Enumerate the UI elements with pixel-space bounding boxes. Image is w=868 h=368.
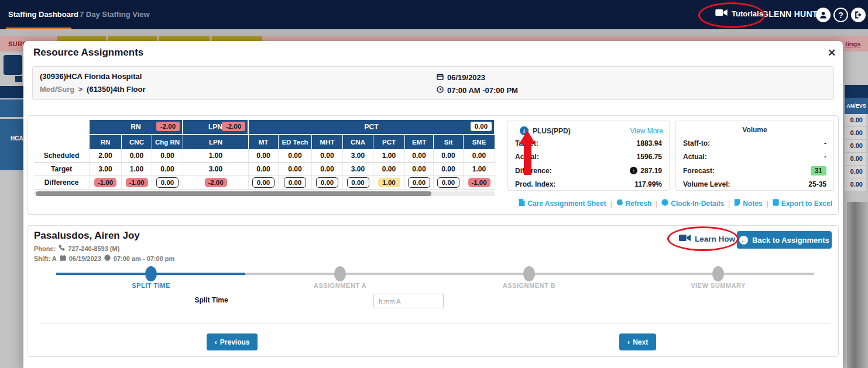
plus-row-difference: Difference: ↑ 287.19 <box>508 164 669 178</box>
facility-name: (30936)HCA Florida Hospital <box>40 72 142 81</box>
modal-title: Resource Assignments <box>33 47 143 59</box>
background-cell: 0.00 <box>845 153 866 166</box>
skill-group-header: LPN-2.00 <box>183 120 249 135</box>
excel-icon <box>773 199 779 208</box>
background-left-rail: HCA <box>0 51 23 368</box>
plus-row-prod-index: Prod. Index: 117.99% <box>508 178 669 192</box>
view-more-link[interactable]: View More <box>630 127 663 135</box>
skill-column-header-row: RNCNCChg RNLPNMTED TechMHTCNAPCTEMTSitSN… <box>34 135 495 149</box>
skill-group-label: PCT <box>365 123 379 131</box>
staffing-table: RN-2.00LPN-2.00PCT0.00 RNCNCChg RNLPNMTE… <box>34 120 495 190</box>
clock-in-details-link[interactable]: Clock-In-Details <box>661 199 724 208</box>
shift-time: 07:00 AM -07:00 PM <box>447 86 518 95</box>
back-arrow-icon: ← <box>739 236 748 245</box>
difference-badge[interactable]: -2.00 <box>205 178 227 187</box>
active-tab-underline <box>6 27 71 29</box>
skill-column-header: MT <box>249 135 279 149</box>
stepper-dot[interactable] <box>145 266 157 281</box>
cell-value: 0.00 <box>434 149 464 163</box>
page-scrollbar[interactable] <box>847 202 868 368</box>
cell-value: 0.00 <box>279 176 312 190</box>
calendar-icon <box>60 254 66 262</box>
settings-link[interactable]: tings <box>845 40 860 47</box>
cell-value: 3.00 <box>183 163 249 176</box>
skill-column-header: LPN <box>183 135 249 149</box>
top-navbar: Staffing Dashboard 7 Day Staffing View T… <box>0 0 868 29</box>
difference-badge[interactable]: 0.00 <box>437 177 459 188</box>
stepper-label: ASSIGNMENT A <box>276 282 404 289</box>
background-nav-tile <box>4 55 22 75</box>
difference-badge[interactable]: 0.00 <box>316 177 338 188</box>
background-nav-tile <box>15 76 22 82</box>
shift-date: 06/19/2023 <box>447 73 485 82</box>
cell-value: 0.00 <box>405 149 434 163</box>
table-scrollbar-track[interactable] <box>34 191 495 196</box>
row-label: Scheduled <box>34 149 90 163</box>
stepper-dot[interactable] <box>523 266 535 281</box>
care-assignment-sheet-link[interactable]: Care Assignment Sheet <box>519 199 606 208</box>
employee-shift: Shift: A 06/19/2023 07:00 am - 07:00 pm <box>34 254 174 262</box>
close-icon[interactable]: ✕ <box>824 46 839 60</box>
notes-link[interactable]: Notes <box>734 199 762 208</box>
learn-how-button[interactable]: Learn How <box>679 234 735 243</box>
skill-column-header: SNE <box>464 135 495 149</box>
difference-badge[interactable]: -1.00 <box>126 178 148 187</box>
cell-value: 0.00 <box>152 149 183 163</box>
stepper-label: ASSIGNMENT B <box>465 282 593 289</box>
skill-group-header: RN-2.00 <box>90 120 183 135</box>
cell-value: 3.00 <box>343 149 373 163</box>
user-avatar-icon[interactable] <box>816 8 831 22</box>
plus-ppd-panel: i PLUS(PPD) View More Target: 1883.94 Ac… <box>507 121 670 191</box>
skill-column-header: CNA <box>343 135 373 149</box>
cell-value: 0.00 <box>312 163 343 176</box>
skill-column-header: PCT <box>373 135 405 149</box>
previous-button[interactable]: ‹ Previous <box>207 333 258 350</box>
cell-value: 3.00 <box>343 163 373 176</box>
background-cell: 0.00 <box>845 127 866 140</box>
info-icon[interactable]: i <box>520 126 529 135</box>
stepper-dot[interactable] <box>334 266 346 281</box>
cell-value: 0.00 <box>312 149 343 163</box>
tab-staffing-dashboard[interactable]: Staffing Dashboard <box>8 10 78 19</box>
help-icon[interactable]: ? <box>833 8 848 22</box>
cell-value: 1.00 <box>373 149 405 163</box>
chevron-left-icon: ‹ <box>214 338 217 346</box>
background-cell: 0.00 <box>845 140 866 153</box>
difference-badge[interactable]: 0.00 <box>347 177 369 188</box>
breadcrumb-department[interactable]: Med/Surg <box>40 85 74 94</box>
tab-7-day-staffing-view[interactable]: 7 Day Staffing View <box>80 10 150 19</box>
breadcrumb-unit: (61350)4th Floor <box>87 85 145 94</box>
cell-value: 0.00 <box>434 163 464 176</box>
facility-info-box: (30936)HCA Florida Hospital Med/Surg > (… <box>32 66 834 100</box>
cell-value: -1.00 <box>464 176 495 190</box>
split-time-input[interactable] <box>373 294 444 308</box>
back-to-assignments-button[interactable]: ← Back to Assignments <box>737 231 832 249</box>
difference-badge[interactable]: -1.00 <box>94 178 116 187</box>
staffing-summary-section: Show All Skills RN-2.00LPN-2.00PCT0.00 R… <box>28 115 839 215</box>
stepper-dot[interactable] <box>712 266 724 281</box>
export-to-excel-link[interactable]: Export to Excel <box>773 199 832 208</box>
difference-badge[interactable]: 0.00 <box>252 177 275 188</box>
skill-group-header: PCT0.00 <box>249 120 495 135</box>
difference-badge[interactable]: 1.00 <box>378 178 400 187</box>
cell-value: 1.00 <box>464 163 495 176</box>
refresh-link[interactable]: Refresh <box>616 199 652 208</box>
employee-name: Pasalusdos, Airen Joy <box>34 230 140 242</box>
row-label: Difference <box>34 176 90 190</box>
difference-badge[interactable]: 0.00 <box>284 177 306 188</box>
table-scrollbar-thumb[interactable] <box>36 191 431 196</box>
volume-row-volume-level: Volume Level: 25-35 <box>676 178 833 192</box>
skill-column-header: CNC <box>122 135 152 149</box>
difference-badge[interactable]: -1.00 <box>468 178 490 187</box>
breadcrumb-separator: > <box>77 85 85 94</box>
background-facility-cell: HCA <box>0 119 23 170</box>
cell-value: 0.00 <box>122 149 152 163</box>
phone-icon <box>59 245 65 252</box>
logout-icon[interactable] <box>851 8 866 22</box>
tutorials-button[interactable]: Tutorials <box>715 9 763 18</box>
cell-value: 0.00 <box>405 176 434 190</box>
difference-badge[interactable]: 0.00 <box>408 177 430 188</box>
table-row: Difference-1.00-1.000.00-2.000.000.000.0… <box>34 176 495 190</box>
next-button[interactable]: › Next <box>619 333 656 350</box>
difference-badge[interactable]: 0.00 <box>156 177 179 188</box>
